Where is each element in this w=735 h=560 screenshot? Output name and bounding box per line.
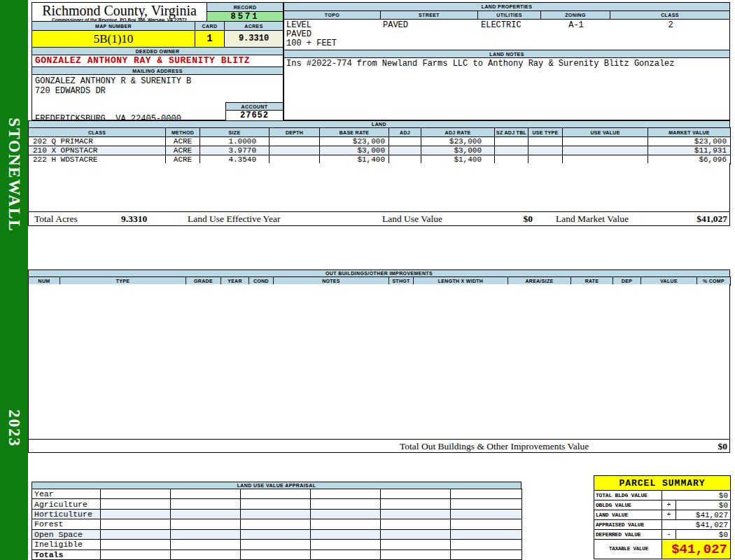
land-use-type: [528, 146, 563, 155]
mailing-address-line1: GONZALEZ ANTHONY R & SURENITY B: [32, 76, 283, 86]
land-col-use-type: USE TYPE: [528, 128, 563, 137]
ps-label: DEFERRED VALUE: [594, 530, 662, 540]
lua-cell: [381, 529, 451, 539]
land-use-appraisal-table: Year Agriculture Horticulture Forest Ope…: [31, 489, 522, 560]
lua-label: Agriculture: [32, 499, 101, 509]
map-number-header: MAP NUMBER: [31, 21, 195, 31]
lua-cell: [311, 509, 381, 519]
lua-cell: [101, 550, 171, 559]
ps-value: $41,027: [676, 510, 731, 520]
lua-row-year: Year: [32, 489, 522, 499]
lua-cell: [241, 499, 311, 509]
land-market-value-total: $41,027: [673, 214, 727, 225]
lua-cell: [451, 550, 522, 559]
lua-cell: [101, 519, 171, 529]
lua-cell: [381, 489, 451, 499]
lua-cell: [171, 519, 241, 529]
land-col-depth: DEPTH: [270, 128, 320, 137]
lua-row-forest: Forest: [32, 519, 522, 529]
ps-row-taxable: TAXABLE VALUE $41,027: [594, 540, 731, 559]
lua-cell: [451, 489, 522, 499]
lua-label: Totals: [32, 550, 101, 559]
land-market-value: $23,000: [648, 137, 731, 146]
land-class: 210 X OPNSTACR: [29, 146, 166, 155]
total-acres-label: Total Acres: [34, 214, 78, 225]
land-method: ACRE: [166, 146, 200, 155]
land-adj: [389, 146, 421, 155]
acres-value: 9.3310: [224, 30, 284, 48]
land-row: 202 Q PRIMACR ACRE 1.0000 $23,000 $23,00…: [29, 137, 731, 146]
land-use-value: $0: [491, 214, 533, 225]
record-header: RECORD: [206, 2, 284, 12]
lua-cell: [171, 540, 241, 550]
land-col-base-rate: BASE RATE: [320, 128, 389, 137]
land-depth: [270, 146, 320, 155]
land-note-text: Ins #2022-774 from Newland Farms LLC to …: [284, 58, 729, 69]
lua-cell: [101, 499, 171, 509]
county-title: Richmond County, Virginia: [32, 4, 206, 18]
lua-cell: [101, 489, 171, 499]
property-record-card: STONEWALL 2023 Richmond County, Virginia…: [0, 0, 735, 560]
effective-year-label: Land Use Effective Year: [188, 214, 280, 225]
lua-label: Forest: [32, 519, 101, 529]
ps-row-obldg: OBLDG VALUE + $0: [594, 500, 731, 510]
ps-value: $41,027: [662, 520, 731, 530]
land-use-value: [563, 137, 648, 146]
lua-row-totals: Totals: [32, 550, 522, 559]
lua-cell: [171, 499, 241, 509]
record-number: 8571: [206, 11, 284, 22]
parcel-summary: PARCEL SUMMARY TOTAL BLDG VALUE $0 OBLDG…: [594, 475, 731, 559]
land-base-rate: $23,000: [320, 137, 389, 146]
street-value: PAVED: [383, 21, 408, 30]
lua-cell: [311, 550, 381, 559]
land-depth: [270, 137, 320, 146]
lua-label: Ineligible: [32, 540, 101, 550]
county-title-box: Richmond County, Virginia Commissioner o…: [31, 2, 207, 22]
topo-extra-line2: 100 + FEET: [286, 39, 337, 48]
land-totals-row: Total Acres 9.3310 Land Use Effective Ye…: [28, 211, 730, 226]
card-header: CARD: [195, 21, 225, 31]
lua-cell: [171, 489, 241, 499]
land-col-use-value: USE VALUE: [563, 128, 648, 137]
land-use-type: [528, 137, 563, 146]
land-col-adj-rate: ADJ RATE: [421, 128, 495, 137]
year-banner: 2023: [5, 410, 23, 447]
land-notes-box: Ins #2022-774 from Newland Farms LLC to …: [284, 57, 730, 120]
parcel-summary-title: PARCEL SUMMARY: [594, 476, 731, 491]
lua-row-agriculture: Agriculture: [32, 499, 522, 509]
land-col-class: CLASS: [29, 128, 166, 137]
land-base-rate: $3,000: [320, 146, 389, 155]
land-class: 202 Q PRIMACR: [29, 137, 166, 146]
land-table-empty-area: [28, 163, 730, 212]
land-sz-adj-tbl: [495, 146, 528, 155]
lua-cell: [311, 540, 381, 550]
lua-cell: [101, 540, 171, 550]
lua-label: Open Space: [32, 529, 101, 539]
lua-cell: [241, 509, 311, 519]
land-properties-values: LEVEL PAVED ELECTRIC A-1 2 PAVED 100 + F…: [284, 19, 730, 50]
lua-cell: [241, 489, 311, 499]
land-adj: [389, 137, 421, 146]
deeded-owner-name: GONZALEZ ANTHONY RAY & SURENITY BLITZ: [31, 55, 284, 67]
lua-cell: [171, 550, 241, 559]
lua-cell: [311, 499, 381, 509]
lua-cell: [311, 529, 381, 539]
lua-cell: [381, 519, 451, 529]
land-table: CLASS METHOD SIZE DEPTH BASE RATE ADJ AD…: [28, 127, 731, 164]
land-size: 3.9770: [200, 146, 270, 155]
lua-cell: [311, 489, 381, 499]
ps-value: $0: [662, 491, 731, 500]
ps-operator: +: [662, 500, 676, 510]
parcel-summary-header-row: PARCEL SUMMARY: [594, 476, 731, 491]
ps-row-total-bldg: TOTAL BLDG VALUE $0: [594, 491, 731, 500]
lua-label: Year: [32, 489, 101, 499]
lua-cell: [311, 519, 381, 529]
ps-value: $0: [676, 500, 731, 510]
taxable-value-label: TAXABLE VALUE: [594, 540, 662, 559]
lua-cell: [241, 550, 311, 559]
ps-label: LAND VALUE: [594, 510, 662, 520]
lua-cell: [381, 499, 451, 509]
mailing-address-line2: 720 EDWARDS DR: [32, 86, 283, 96]
lua-cell: [451, 509, 522, 519]
ps-label: OBLDG VALUE: [594, 500, 662, 510]
